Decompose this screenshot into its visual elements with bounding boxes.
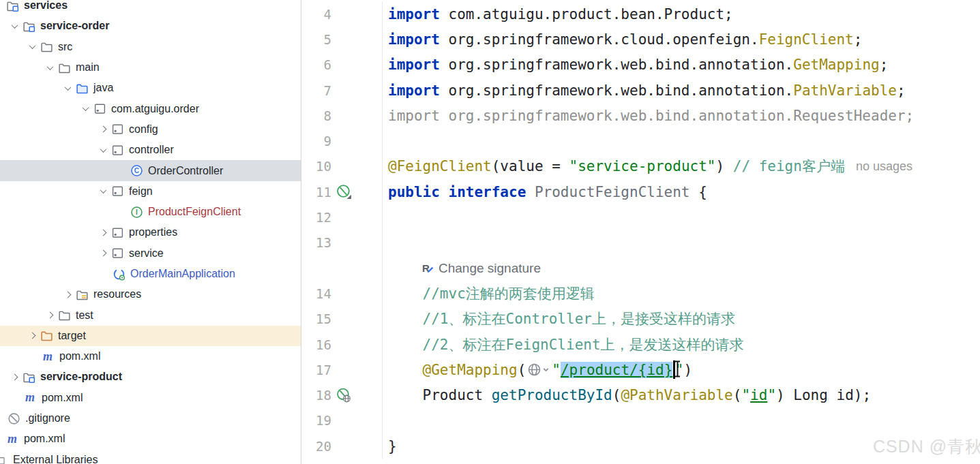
- spring-bean-gutter-icon[interactable]: [331, 184, 382, 200]
- code-line-13: 13: [301, 230, 980, 256]
- code-token: }: [388, 438, 397, 454]
- tree-item-ordercontroller[interactable]: COrderController: [0, 160, 301, 181]
- editor-gutter[interactable]: 5: [301, 27, 383, 52]
- editor-gutter[interactable]: 16: [301, 332, 383, 357]
- code-line-4: 4import com.atguigu.product.bean.Product…: [301, 1, 980, 27]
- code-text[interactable]: //1、标注在Controller上，是接受这样的请求: [383, 309, 735, 328]
- extlib-icon: [0, 453, 8, 464]
- code-text[interactable]: import org.springframework.cloud.openfei…: [383, 31, 862, 48]
- selected-text[interactable]: /product/{id}: [561, 362, 672, 378]
- code-text[interactable]: import org.springframework.web.bind.anno…: [383, 57, 888, 73]
- code-line-15: 15 //1、标注在Controller上，是接受这样的请求: [301, 307, 980, 332]
- tree-item-pom-xml[interactable]: mpom.xml: [0, 388, 301, 408]
- change-signature-label[interactable]: Change signature: [439, 261, 541, 276]
- code-text[interactable]: import com.atguigu.product.bean.Product;: [383, 6, 733, 22]
- code-token: ;: [897, 82, 906, 99]
- tree-item-label: com.atguigu.order: [111, 103, 199, 115]
- tree-item-service-product[interactable]: service-product: [0, 367, 301, 387]
- tree-item-config[interactable]: config: [0, 119, 301, 140]
- url-globe-icon[interactable]: [527, 362, 550, 377]
- tree-item-test[interactable]: test: [0, 305, 301, 325]
- tree-item-ordermainapplication[interactable]: OrderMainApplication: [0, 264, 301, 284]
- editor-gutter[interactable]: 4: [301, 1, 383, 27]
- code-text[interactable]: Product getProductById(@PathVariable("id…: [383, 387, 871, 403]
- editor-gutter[interactable]: 20: [301, 433, 383, 459]
- chevron-down-icon[interactable]: [7, 24, 22, 29]
- code-line-17: 17 @GetMapping("/product/{id}"): [301, 357, 980, 382]
- code-token: ": [767, 387, 776, 403]
- tree-item-main[interactable]: main: [0, 57, 301, 78]
- maven-icon: m: [41, 350, 55, 364]
- tree-item-label: config: [129, 123, 158, 136]
- tree-item-service-order[interactable]: service-order: [0, 16, 301, 36]
- editor-gutter[interactable]: 12: [301, 204, 383, 230]
- tree-item-pom-xml[interactable]: mpom.xml: [0, 429, 301, 449]
- code-line-11: 11public interface ProductFeignClient {: [301, 179, 980, 204]
- chevron-down-icon[interactable]: [95, 189, 110, 194]
- tree-item-productfeignclient[interactable]: IProductFeignClient: [0, 202, 301, 222]
- tree-item-pom-xml[interactable]: mpom.xml: [0, 346, 301, 367]
- editor-gutter[interactable]: 13: [301, 230, 383, 256]
- code-text[interactable]: public interface ProductFeignClient {: [383, 184, 707, 200]
- line-number: 11: [301, 185, 331, 200]
- tree-item-external-libraries[interactable]: External Libraries: [0, 450, 301, 464]
- code-token: // feign客户端: [733, 157, 845, 176]
- code-token: org.springframework.web.bind.annotation.: [440, 57, 793, 73]
- editor-gutter[interactable]: 15: [301, 307, 383, 332]
- chevron-down-icon[interactable]: [60, 86, 75, 91]
- editor[interactable]: 4import com.atguigu.product.bean.Product…: [301, 0, 980, 464]
- tree-item-properties[interactable]: properties: [0, 222, 301, 243]
- editor-gutter[interactable]: 11: [301, 179, 383, 204]
- code-text[interactable]: @GetMapping("/product/{id}"): [383, 360, 692, 379]
- chevron-right-icon[interactable]: [25, 333, 40, 338]
- tree-item-target[interactable]: target: [0, 326, 301, 346]
- tree-item-gitignore[interactable]: .gitignore: [0, 408, 301, 429]
- editor-gutter[interactable]: 9: [301, 128, 383, 153]
- line-number: 13: [301, 235, 331, 250]
- chevron-right-icon[interactable]: [7, 375, 22, 380]
- editor-gutter[interactable]: 18: [301, 382, 383, 407]
- tree-item-java[interactable]: java: [0, 78, 301, 98]
- chevron-down-icon[interactable]: [78, 106, 93, 111]
- code-token: {: [698, 184, 707, 200]
- code-text[interactable]: @FeignClient(value = "service-product") …: [383, 157, 912, 176]
- tree-item-services[interactable]: services: [0, 0, 301, 16]
- code-text[interactable]: //2、标注在FeignClient上，是发送这样的请求: [383, 335, 744, 354]
- tree-item-resources[interactable]: resources: [0, 284, 301, 305]
- code-token: @FeignClient: [388, 158, 492, 174]
- code-token: import org.springframework.web.bind.anno…: [388, 108, 914, 124]
- code-token: ) Long id);: [776, 387, 871, 403]
- tree-item-com-atguigu-order[interactable]: com.atguigu.order: [0, 98, 301, 119]
- editor-gutter[interactable]: 6: [301, 52, 383, 78]
- chevron-down-icon[interactable]: [95, 148, 110, 153]
- change-signature-inlay[interactable]: RChange signature: [383, 261, 541, 276]
- tree-item-label: controller: [129, 144, 174, 156]
- tree-item-label: OrderMainApplication: [130, 268, 235, 280]
- tree-item-feign[interactable]: feign: [0, 181, 301, 202]
- tree-item-src[interactable]: src: [0, 37, 301, 57]
- tree-item-controller[interactable]: controller: [0, 140, 301, 160]
- editor-gutter[interactable]: 8: [301, 103, 383, 128]
- chevron-right-icon[interactable]: [95, 127, 110, 132]
- chevron-right-icon[interactable]: [42, 313, 57, 318]
- editor-gutter[interactable]: 19: [301, 408, 383, 433]
- code-text[interactable]: }: [383, 438, 397, 454]
- code-token-with-ibeam-cursor: ": [675, 362, 684, 378]
- editor-gutter[interactable]: 14: [301, 281, 383, 306]
- tree-item-label: java: [93, 82, 113, 94]
- editor-gutter[interactable]: 17: [301, 357, 383, 382]
- chevron-right-icon[interactable]: [95, 251, 110, 256]
- editor-gutter[interactable]: [301, 256, 383, 281]
- editor-gutter[interactable]: 7: [301, 78, 383, 103]
- chevron-down-icon[interactable]: [42, 65, 57, 70]
- chevron-right-icon[interactable]: [95, 230, 110, 235]
- refactor-icon: R: [422, 262, 434, 274]
- tree-item-service[interactable]: service: [0, 243, 301, 264]
- code-text[interactable]: //mvc注解的两套使用逻辑: [383, 284, 595, 303]
- code-text[interactable]: import org.springframework.web.bind.anno…: [383, 82, 906, 99]
- editor-gutter[interactable]: 10: [301, 154, 383, 179]
- chevron-down-icon[interactable]: [25, 44, 40, 49]
- spring-bean-url-gutter-icon[interactable]: [331, 388, 382, 403]
- code-text[interactable]: import org.springframework.web.bind.anno…: [383, 108, 914, 124]
- chevron-right-icon[interactable]: [60, 292, 75, 297]
